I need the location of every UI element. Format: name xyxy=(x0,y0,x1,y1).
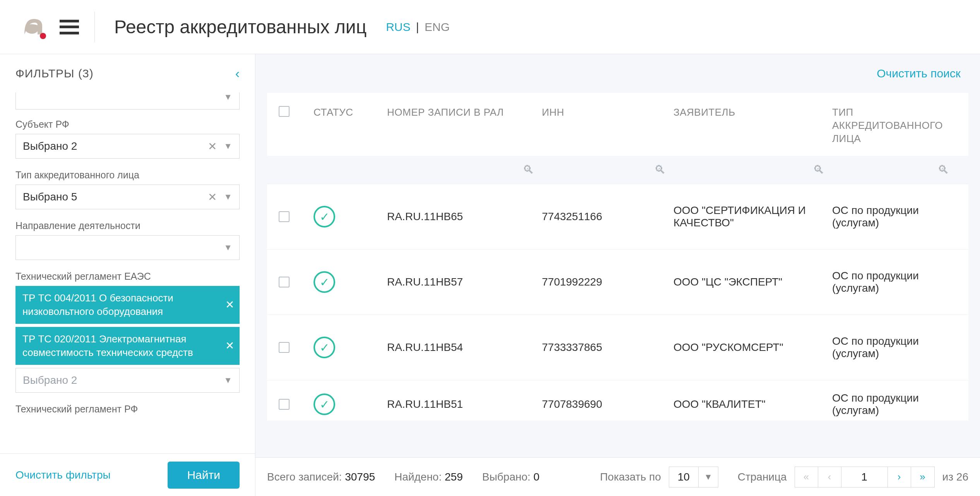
col-status[interactable]: СТАТУС xyxy=(314,104,387,119)
main-top-bar: Очистить поиск xyxy=(255,54,980,93)
hamburger-icon[interactable] xyxy=(60,17,79,37)
total-label: Всего записей: xyxy=(267,471,342,483)
chevron-down-icon: ▼ xyxy=(224,141,232,151)
chevron-down-icon: ▼ xyxy=(224,92,232,102)
lang-en[interactable]: ENG xyxy=(425,21,450,33)
search-icon[interactable]: 🔍︎ xyxy=(654,163,666,176)
filter-value xyxy=(23,241,224,254)
row-checkbox[interactable] xyxy=(279,342,290,353)
collapse-sidebar-icon[interactable]: ‹ xyxy=(235,66,240,81)
chevron-down-icon: ▼ xyxy=(224,375,232,385)
filter-value: Выбрано 2 xyxy=(23,140,208,152)
search-icon[interactable]: 🔍︎ xyxy=(523,163,534,176)
chevron-down-icon: ▼ xyxy=(698,467,718,487)
cell-inn: 7743251166 xyxy=(542,210,673,223)
filter-tag: ТР ТС 020/2011 Электромагнитная совмести… xyxy=(15,327,240,365)
clear-icon[interactable]: ✕ xyxy=(208,191,217,204)
cell-type: ОС по продукции (услугам) xyxy=(832,204,957,229)
page-size-select[interactable]: 10 ▼ xyxy=(669,467,718,487)
language-switch: RUS | ENG xyxy=(386,21,450,34)
select-all-checkbox[interactable] xyxy=(279,106,290,117)
row-checkbox[interactable] xyxy=(279,399,290,410)
last-page-button[interactable]: » xyxy=(911,467,934,487)
find-button[interactable]: Найти xyxy=(168,462,240,489)
pager: « ‹ 1 › » xyxy=(795,467,935,487)
page-label: Страница xyxy=(738,471,787,483)
next-page-button[interactable]: › xyxy=(888,467,911,487)
table-row[interactable]: ✓RA.RU.11НВ547733337865ООО "РУСКОМСЕРТ"О… xyxy=(267,315,968,380)
cell-record: RA.RU.11НВ51 xyxy=(387,398,542,410)
col-applicant[interactable]: ЗАЯВИТЕЛЬ xyxy=(673,104,832,119)
lang-sep: | xyxy=(416,21,419,33)
table-header: СТАТУС НОМЕР ЗАПИСИ В РАЛ ИНН ЗАЯВИТЕЛЬ … xyxy=(267,93,968,156)
selected-label: Выбрано: xyxy=(482,471,531,483)
filter-select-reg-eaes[interactable]: Выбрано 2 ▼ xyxy=(15,368,240,393)
clear-search-link[interactable]: Очистить поиск xyxy=(877,67,961,80)
header: Реестр аккредитованных лиц RUS | ENG xyxy=(0,0,980,54)
remove-tag-icon[interactable]: ✕ xyxy=(225,298,234,312)
table: СТАТУС НОМЕР ЗАПИСИ В РАЛ ИНН ЗАЯВИТЕЛЬ … xyxy=(255,93,980,457)
filter-select-type[interactable]: Выбрано 5 ✕ ▼ xyxy=(15,185,240,209)
cell-inn: 7733337865 xyxy=(542,341,673,354)
pagination: Страница « ‹ 1 › » из 26 xyxy=(738,467,968,487)
cell-record: RA.RU.11НВ65 xyxy=(387,210,542,223)
lang-ru[interactable]: RUS xyxy=(386,21,410,33)
col-record[interactable]: НОМЕР ЗАПИСИ В РАЛ xyxy=(387,104,542,119)
total-value: 30795 xyxy=(345,471,375,483)
footer: Всего записей: 30795 Найдено: 259 Выбран… xyxy=(255,457,980,496)
cell-applicant: ООО "СЕРТИФИКАЦИЯ И КАЧЕСТВО" xyxy=(673,204,832,229)
first-page-button[interactable]: « xyxy=(795,467,818,487)
filter-activity: Направление деятельности ▼ xyxy=(15,220,240,260)
filter-reg-eaes: Технический регламент ЕАЭС ТР ТС 004/201… xyxy=(15,271,240,393)
found-label: Найдено: xyxy=(394,471,442,483)
col-inn[interactable]: ИНН xyxy=(542,104,673,119)
table-row[interactable]: ✓RA.RU.11НВ577701992229ООО "ЦС "ЭКСПЕРТ"… xyxy=(267,249,968,315)
selected-value: 0 xyxy=(533,471,540,483)
col-type[interactable]: ТИП АККРЕДИТОВАННОГО ЛИЦА xyxy=(832,104,957,145)
cell-type: ОС по продукции (услугам) xyxy=(832,270,957,294)
row-checkbox[interactable] xyxy=(279,277,290,287)
show-label: Показать по xyxy=(600,471,661,483)
search-icon[interactable]: 🔍︎ xyxy=(937,163,949,176)
cell-inn: 7701992229 xyxy=(542,276,673,288)
filter-tag: ТР ТС 004/2011 О безопасности низковольт… xyxy=(15,286,240,324)
filter-reg-rf: Технический регламент РФ xyxy=(15,404,240,415)
found-records: Найдено: 259 xyxy=(394,471,463,483)
clear-icon[interactable]: ✕ xyxy=(208,140,217,153)
chevron-down-icon: ▼ xyxy=(224,192,232,202)
found-value: 259 xyxy=(445,471,463,483)
row-checkbox[interactable] xyxy=(279,211,290,222)
status-ok-icon: ✓ xyxy=(314,337,335,358)
filter-label: Субъект РФ xyxy=(15,119,240,130)
page-size-control: Показать по 10 ▼ xyxy=(600,467,718,487)
search-icon[interactable]: 🔍︎ xyxy=(813,163,824,176)
cell-inn: 7707839690 xyxy=(542,398,673,410)
filter-label: Технический регламент РФ xyxy=(15,404,240,415)
clear-filters-link[interactable]: Очистить фильтры xyxy=(15,469,111,481)
page-size-value: 10 xyxy=(669,471,698,483)
filter-select-subject[interactable]: Выбрано 2 ✕ ▼ xyxy=(15,134,240,159)
filter-select-activity[interactable]: ▼ xyxy=(15,235,240,260)
filter-value: Выбрано 5 xyxy=(23,191,208,203)
status-ok-icon: ✓ xyxy=(314,393,335,415)
cell-applicant: ООО "РУСКОМСЕРТ" xyxy=(673,341,832,354)
filter-label: Направление деятельности xyxy=(15,220,240,231)
filter-label: Технический регламент ЕАЭС xyxy=(15,271,240,282)
cell-type: ОС по продукции (услугам) xyxy=(832,392,957,417)
prev-page-button[interactable]: ‹ xyxy=(818,467,841,487)
sidebar: ФИЛЬТРЫ (3) ‹ ▼ Субъект РФ Выбрано 2 ✕ ▼… xyxy=(0,54,255,496)
filter-select-truncated[interactable]: ▼ xyxy=(15,92,240,109)
table-row[interactable]: ✓RA.RU.11НВ657743251166ООО "СЕРТИФИКАЦИЯ… xyxy=(267,184,968,249)
cell-record: RA.RU.11НВ54 xyxy=(387,341,542,354)
cell-applicant: ООО "ЦС "ЭКСПЕРТ" xyxy=(673,276,832,288)
tag-text: ТР ТС 020/2011 Электромагнитная совмести… xyxy=(22,333,193,358)
table-row[interactable]: ✓RA.RU.11НВ517707839690ООО "КВАЛИТЕТ"ОС … xyxy=(267,380,968,421)
filter-type: Тип аккредитованного лица Выбрано 5 ✕ ▼ xyxy=(15,169,240,209)
cell-record: RA.RU.11НВ57 xyxy=(387,276,542,288)
sidebar-footer: Очистить фильтры Найти xyxy=(0,453,255,496)
filters-title: ФИЛЬТРЫ (3) xyxy=(15,67,94,80)
table-search-row: 🔍︎ 🔍︎ 🔍︎ 🔍︎ xyxy=(267,156,968,184)
page-number[interactable]: 1 xyxy=(841,467,888,487)
logo xyxy=(15,11,48,43)
remove-tag-icon[interactable]: ✕ xyxy=(225,339,234,353)
